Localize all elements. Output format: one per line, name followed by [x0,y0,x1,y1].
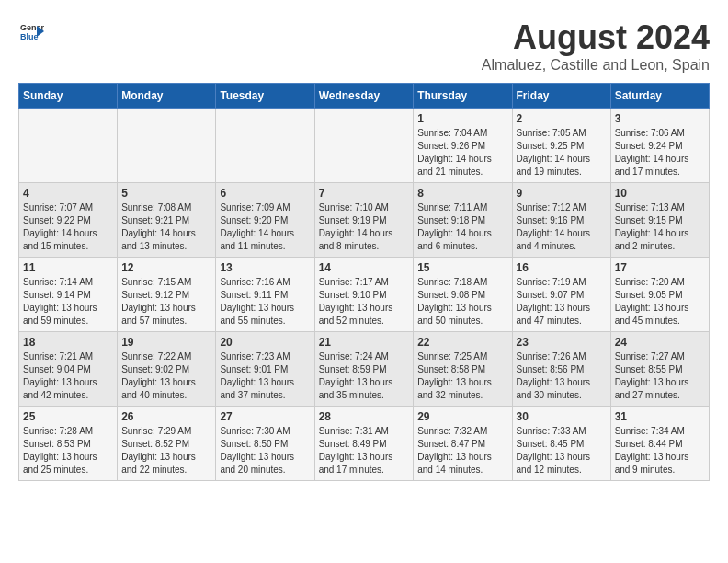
calendar-table: SundayMondayTuesdayWednesdayThursdayFrid… [18,83,710,481]
day-info: Sunrise: 7:19 AM Sunset: 9:07 PM Dayligh… [517,276,607,327]
title-area: August 2024 Almaluez, Castille and Leon,… [482,18,710,74]
day-info: Sunrise: 7:14 AM Sunset: 9:14 PM Dayligh… [23,276,113,327]
calendar-cell [314,109,414,183]
calendar-cell: 20Sunrise: 7:23 AM Sunset: 9:01 PM Dayli… [216,332,314,407]
day-info: Sunrise: 7:32 AM Sunset: 8:47 PM Dayligh… [417,425,507,477]
calendar-cell [216,109,314,183]
weekday-header-friday: Friday [512,84,610,109]
logo: General Blue [18,18,44,44]
day-number: 18 [23,336,113,349]
day-number: 26 [121,410,211,423]
calendar-cell: 6Sunrise: 7:09 AM Sunset: 9:20 PM Daylig… [216,183,314,258]
day-number: 1 [417,112,507,125]
day-number: 29 [417,410,507,423]
day-number: 24 [615,336,705,349]
day-info: Sunrise: 7:09 AM Sunset: 9:20 PM Dayligh… [220,201,310,253]
week-row-1: 1Sunrise: 7:04 AM Sunset: 9:26 PM Daylig… [19,109,710,183]
day-info: Sunrise: 7:23 AM Sunset: 9:01 PM Dayligh… [220,350,310,402]
calendar-cell: 19Sunrise: 7:22 AM Sunset: 9:02 PM Dayli… [118,332,216,407]
calendar-cell: 12Sunrise: 7:15 AM Sunset: 9:12 PM Dayli… [118,258,216,332]
day-info: Sunrise: 7:11 AM Sunset: 9:18 PM Dayligh… [417,201,507,253]
calendar-cell: 13Sunrise: 7:16 AM Sunset: 9:11 PM Dayli… [216,258,314,332]
day-number: 27 [220,410,310,423]
calendar-cell: 23Sunrise: 7:26 AM Sunset: 8:56 PM Dayli… [512,332,610,407]
day-number: 6 [220,187,310,200]
calendar-body: 1Sunrise: 7:04 AM Sunset: 9:26 PM Daylig… [19,109,710,481]
calendar-cell [118,109,216,183]
calendar-cell: 14Sunrise: 7:17 AM Sunset: 9:10 PM Dayli… [314,258,414,332]
day-info: Sunrise: 7:18 AM Sunset: 9:08 PM Dayligh… [417,276,507,327]
page-header: General Blue August 2024 Almaluez, Casti… [18,18,710,74]
day-number: 7 [319,187,410,200]
weekday-header-monday: Monday [118,84,216,109]
calendar-header: SundayMondayTuesdayWednesdayThursdayFrid… [19,84,710,109]
day-info: Sunrise: 7:21 AM Sunset: 9:04 PM Dayligh… [23,350,113,402]
day-number: 16 [517,261,607,274]
day-info: Sunrise: 7:20 AM Sunset: 9:05 PM Dayligh… [615,276,705,327]
day-number: 25 [23,410,113,423]
day-number: 11 [23,261,113,274]
day-info: Sunrise: 7:08 AM Sunset: 9:21 PM Dayligh… [121,201,211,253]
weekday-header-saturday: Saturday [610,84,709,109]
day-info: Sunrise: 7:28 AM Sunset: 8:53 PM Dayligh… [23,425,113,477]
calendar-cell: 15Sunrise: 7:18 AM Sunset: 9:08 PM Dayli… [414,258,512,332]
day-number: 2 [517,112,607,125]
calendar-cell: 10Sunrise: 7:13 AM Sunset: 9:15 PM Dayli… [610,183,709,258]
day-number: 14 [319,261,410,274]
day-info: Sunrise: 7:10 AM Sunset: 9:19 PM Dayligh… [319,201,410,253]
calendar-cell: 18Sunrise: 7:21 AM Sunset: 9:04 PM Dayli… [19,332,118,407]
calendar-cell: 9Sunrise: 7:12 AM Sunset: 9:16 PM Daylig… [512,183,610,258]
day-info: Sunrise: 7:16 AM Sunset: 9:11 PM Dayligh… [220,276,310,327]
svg-text:Blue: Blue [20,32,39,41]
week-row-2: 4Sunrise: 7:07 AM Sunset: 9:22 PM Daylig… [19,183,710,258]
day-info: Sunrise: 7:34 AM Sunset: 8:44 PM Dayligh… [615,425,705,477]
week-row-3: 11Sunrise: 7:14 AM Sunset: 9:14 PM Dayli… [19,258,710,332]
calendar-cell: 17Sunrise: 7:20 AM Sunset: 9:05 PM Dayli… [610,258,709,332]
calendar-cell: 7Sunrise: 7:10 AM Sunset: 9:19 PM Daylig… [314,183,414,258]
day-number: 10 [615,187,705,200]
calendar-cell: 16Sunrise: 7:19 AM Sunset: 9:07 PM Dayli… [512,258,610,332]
day-info: Sunrise: 7:30 AM Sunset: 8:50 PM Dayligh… [220,425,310,477]
day-number: 13 [220,261,310,274]
day-info: Sunrise: 7:05 AM Sunset: 9:25 PM Dayligh… [517,127,607,178]
day-number: 19 [121,336,211,349]
day-number: 12 [121,261,211,274]
calendar-cell: 8Sunrise: 7:11 AM Sunset: 9:18 PM Daylig… [414,183,512,258]
calendar-cell: 11Sunrise: 7:14 AM Sunset: 9:14 PM Dayli… [19,258,118,332]
calendar-cell: 3Sunrise: 7:06 AM Sunset: 9:24 PM Daylig… [610,109,709,183]
weekday-header-wednesday: Wednesday [314,84,414,109]
day-info: Sunrise: 7:25 AM Sunset: 8:58 PM Dayligh… [417,350,507,402]
day-number: 15 [417,261,507,274]
day-number: 9 [517,187,607,200]
weekday-header-thursday: Thursday [414,84,512,109]
page-title: August 2024 [482,18,710,57]
day-number: 23 [517,336,607,349]
calendar-cell: 1Sunrise: 7:04 AM Sunset: 9:26 PM Daylig… [414,109,512,183]
week-row-5: 25Sunrise: 7:28 AM Sunset: 8:53 PM Dayli… [19,407,710,481]
day-info: Sunrise: 7:04 AM Sunset: 9:26 PM Dayligh… [417,127,507,178]
day-number: 21 [319,336,410,349]
day-number: 17 [615,261,705,274]
day-info: Sunrise: 7:15 AM Sunset: 9:12 PM Dayligh… [121,276,211,327]
day-info: Sunrise: 7:24 AM Sunset: 8:59 PM Dayligh… [319,350,410,402]
day-number: 22 [417,336,507,349]
calendar-cell [19,109,118,183]
weekday-header-row: SundayMondayTuesdayWednesdayThursdayFrid… [19,84,710,109]
week-row-4: 18Sunrise: 7:21 AM Sunset: 9:04 PM Dayli… [19,332,710,407]
day-number: 5 [121,187,211,200]
day-info: Sunrise: 7:17 AM Sunset: 9:10 PM Dayligh… [319,276,410,327]
calendar-cell: 27Sunrise: 7:30 AM Sunset: 8:50 PM Dayli… [216,407,314,481]
calendar-cell: 22Sunrise: 7:25 AM Sunset: 8:58 PM Dayli… [414,332,512,407]
day-info: Sunrise: 7:22 AM Sunset: 9:02 PM Dayligh… [121,350,211,402]
calendar-cell: 29Sunrise: 7:32 AM Sunset: 8:47 PM Dayli… [414,407,512,481]
calendar-cell: 28Sunrise: 7:31 AM Sunset: 8:49 PM Dayli… [314,407,414,481]
day-number: 8 [417,187,507,200]
day-info: Sunrise: 7:31 AM Sunset: 8:49 PM Dayligh… [319,425,410,477]
calendar-cell: 21Sunrise: 7:24 AM Sunset: 8:59 PM Dayli… [314,332,414,407]
day-info: Sunrise: 7:13 AM Sunset: 9:15 PM Dayligh… [615,201,705,253]
day-number: 30 [517,410,607,423]
page-subtitle: Almaluez, Castille and Leon, Spain [482,57,710,74]
day-number: 31 [615,410,705,423]
calendar-cell: 2Sunrise: 7:05 AM Sunset: 9:25 PM Daylig… [512,109,610,183]
calendar-cell: 31Sunrise: 7:34 AM Sunset: 8:44 PM Dayli… [610,407,709,481]
